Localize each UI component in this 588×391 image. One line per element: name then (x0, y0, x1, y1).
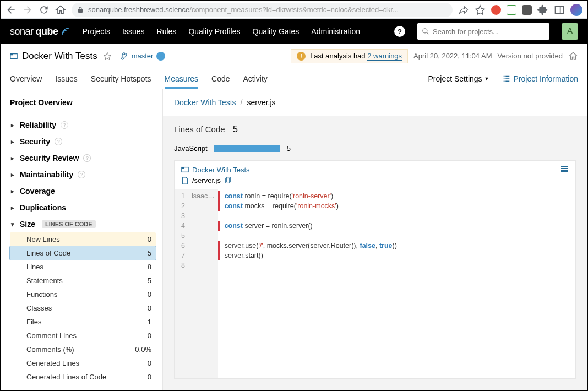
panel-crumb-project[interactable]: Docker With Tests (192, 166, 250, 174)
line-numbers: 12345678 (175, 189, 188, 378)
sidebar-leaf-new-lines[interactable]: New Lines0 (10, 232, 156, 246)
project-icon (10, 52, 18, 60)
chevron-right-icon: ▸ (10, 171, 15, 178)
nav-administration[interactable]: Administration (311, 27, 360, 36)
extension-icons (491, 4, 582, 16)
code-panel: Docker With Tests /server.js 12345678 is… (174, 160, 576, 379)
search-box[interactable] (417, 23, 549, 40)
lock-icon (77, 7, 84, 13)
sidebar-leaf-files[interactable]: Files1 (10, 315, 156, 329)
tab-code[interactable]: Code (211, 69, 230, 89)
panel-icon[interactable] (554, 4, 565, 15)
info-icon: ? (78, 171, 85, 178)
sidebar-leaf-classes[interactable]: Classes0 (10, 301, 156, 315)
measures-sidebar: Project Overview ▸Reliability ?▸Security… (1, 89, 163, 390)
view-list-icon[interactable] (560, 165, 569, 174)
main-content: Project Overview ▸Reliability ?▸Security… (1, 89, 587, 390)
reload-icon[interactable] (39, 4, 50, 15)
svg-rect-0 (556, 6, 564, 13)
ext-icon[interactable] (491, 5, 501, 15)
sidebar-cat-size[interactable]: ▾ Size LINES OF CODE (10, 216, 156, 232)
forward-icon[interactable] (22, 4, 33, 15)
project-tabs: Overview Issues Security Hotspots Measur… (1, 68, 587, 89)
url-path: /component_measures?id=dkrwtsts&metric=n… (189, 6, 399, 14)
info-icon: ? (83, 154, 91, 162)
logo[interactable]: sonarqube (10, 26, 70, 37)
code-body: 12345678 isaac… const ronin = require('r… (175, 189, 575, 378)
url-host: sonarqube.freshbrewed.science (88, 6, 189, 14)
chevron-right-icon: ▸ (10, 122, 15, 129)
language-bar (214, 145, 280, 152)
sidebar-leaf-generated-lines-of-code[interactable]: Generated Lines of Code0 (10, 370, 156, 384)
sidebar-cat-duplications[interactable]: ▸Duplications (10, 199, 156, 216)
sidebar-leaf-lines-of-code[interactable]: Lines of Code5 (10, 246, 156, 260)
user-menu[interactable]: A (562, 23, 578, 40)
crumb-file: server.js (247, 98, 275, 107)
nav-rules[interactable]: Rules (157, 27, 177, 36)
svg-rect-7 (182, 167, 184, 169)
project-information-link[interactable]: Project Information (503, 74, 579, 83)
home-icon[interactable] (55, 4, 66, 15)
url-bar[interactable]: sonarqube.freshbrewed.science/component_… (72, 3, 453, 17)
tab-measures[interactable]: Measures (165, 69, 198, 89)
tab-activity[interactable]: Activity (243, 69, 267, 89)
sidebar-title: Project Overview (10, 98, 156, 107)
analysis-date: April 20, 2022, 11:04 AM (413, 52, 492, 60)
svg-line-3 (427, 32, 429, 35)
extensions-icon[interactable] (537, 4, 548, 15)
back-icon[interactable] (6, 4, 17, 15)
branch-icon (121, 52, 128, 60)
nav-quality-gates[interactable]: Quality Gates (253, 27, 300, 36)
code-lines: const ronin = require('ronin-server')con… (220, 189, 401, 378)
star-icon[interactable] (475, 4, 486, 15)
svg-rect-5 (10, 53, 13, 55)
ext-icon[interactable] (507, 5, 516, 15)
branch-selector[interactable]: master + (121, 52, 166, 61)
homepage-icon[interactable] (568, 51, 578, 61)
info-icon: ? (61, 121, 68, 129)
chevron-right-icon: ▸ (10, 204, 15, 211)
tab-overview[interactable]: Overview (10, 69, 42, 89)
chevron-right-icon: ▸ (10, 188, 15, 195)
sidebar-leaf-generated-lines[interactable]: Generated Lines0 (10, 356, 156, 370)
language-name: JavaScript (174, 144, 208, 153)
share-icon[interactable] (458, 4, 469, 15)
tab-security-hotspots[interactable]: Security Hotspots (91, 69, 151, 89)
analysis-warning: ! Last analysis had 2 warnings (291, 49, 408, 63)
warning-icon: ! (297, 52, 306, 61)
metric-label: Lines of Code (174, 124, 225, 134)
list-icon (503, 75, 510, 83)
nav-quality-profiles[interactable]: Quality Profiles (188, 27, 240, 36)
project-settings-menu[interactable]: Project Settings ▼ (428, 74, 489, 83)
nav-issues[interactable]: Issues (122, 27, 144, 36)
sidebar-cat-reliability[interactable]: ▸Reliability ? (10, 117, 156, 133)
sidebar-leaf-comments-[interactable]: Comments (%)0.0% (10, 343, 156, 356)
file-icon (181, 177, 189, 184)
ext-icon[interactable] (522, 5, 532, 15)
sidebar-leaf-statements[interactable]: Statements5 (10, 274, 156, 287)
chevron-right-icon: ▸ (10, 155, 15, 162)
tab-issues[interactable]: Issues (55, 69, 77, 89)
help-icon[interactable]: ? (394, 26, 405, 37)
measure-content: Docker With Tests / server.js Lines of C… (163, 89, 587, 390)
search-input[interactable] (433, 28, 545, 36)
sidebar-cat-security-review[interactable]: ▸Security Review ? (10, 150, 156, 166)
language-value: 5 (287, 144, 291, 153)
profile-avatar[interactable] (570, 4, 582, 16)
copy-icon[interactable] (224, 177, 232, 184)
sidebar-leaf-functions[interactable]: Functions0 (10, 287, 156, 301)
crumb-project[interactable]: Docker With Tests (174, 98, 236, 107)
sidebar-cat-security[interactable]: ▸Security ? (10, 133, 156, 150)
favorite-icon[interactable] (103, 52, 112, 61)
sidebar-cat-coverage[interactable]: ▸Coverage (10, 183, 156, 199)
info-icon: ? (55, 138, 62, 145)
chevron-down-icon: ▾ (10, 221, 15, 228)
warnings-link[interactable]: 2 warnings (367, 52, 402, 61)
sidebar-leaf-lines[interactable]: Lines8 (10, 260, 156, 274)
sidebar-cat-maintainability[interactable]: ▸Maintainability ? (10, 166, 156, 183)
add-branch-icon[interactable]: + (156, 52, 165, 61)
nav-projects[interactable]: Projects (83, 27, 111, 36)
breadcrumb: Docker With Tests / server.js (163, 89, 587, 116)
project-title: Docker With Tests (10, 51, 97, 62)
sidebar-leaf-comment-lines[interactable]: Comment Lines0 (10, 329, 156, 343)
